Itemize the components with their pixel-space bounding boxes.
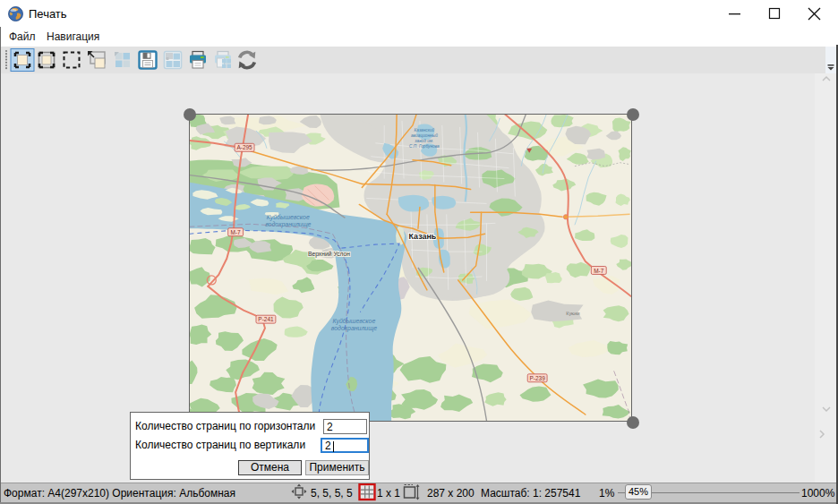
svg-text:водохранилище: водохранилище <box>331 325 377 332</box>
svg-text:Р-239: Р-239 <box>530 375 546 381</box>
svg-text:Казанский: Казанский <box>415 127 435 132</box>
svg-text:Куюки: Куюки <box>566 311 579 316</box>
svg-text:авиационный: авиационный <box>411 132 438 138</box>
svg-text:водохранилище: водохранилище <box>265 221 311 228</box>
svg-text:Казань: Казань <box>408 232 436 241</box>
svg-text:завод им.: завод им. <box>414 139 433 143</box>
svg-text:Куйбышевское: Куйбышевское <box>267 214 310 221</box>
svg-text:С.П. Горбунова: С.П. Горбунова <box>409 144 440 149</box>
svg-text:А-295: А-295 <box>236 144 252 150</box>
svg-text:Куйбышевское: Куйбышевское <box>332 318 375 325</box>
svg-text:М-7: М-7 <box>231 229 242 235</box>
svg-text:М-7: М-7 <box>594 268 604 274</box>
svg-text:Верхний Услон: Верхний Услон <box>308 251 350 258</box>
svg-text:Р-241: Р-241 <box>258 316 274 322</box>
